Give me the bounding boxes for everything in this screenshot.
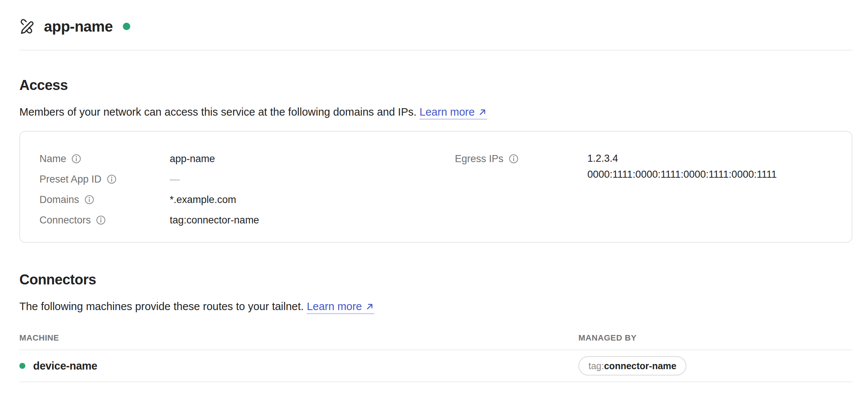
access-description-text: Members of your network can access this … [19,106,417,118]
section-connectors: Connectors The following machines provid… [19,272,852,382]
page-title: app-name [44,19,113,34]
egress-ip-values: 1.2.3.4 0000:1111:0000:1111:0000:1111:00… [587,151,832,183]
machine-cell: device-name [19,360,578,372]
external-link-arrow-icon [478,107,487,117]
field-value-connectors: tag:connector-name [170,214,455,226]
learn-more-label: Learn more [419,106,475,118]
field-label-text: Preset App ID [39,173,102,186]
app-status-dot [123,23,130,30]
connectors-learn-more-link[interactable]: Learn more [307,300,374,314]
access-learn-more-link[interactable]: Learn more [419,106,487,120]
field-label-text: Egress IPs [455,152,504,165]
egress-ipv6: 0000:1111:0000:1111:0000:1111:0000:1111 [587,167,832,183]
field-label-text: Name [39,152,66,165]
connectors-description-text: The following machines provide these rou… [19,300,304,312]
info-icon[interactable] [84,194,95,205]
tag-name: connector-name [604,360,676,371]
field-label-text: Connectors [39,214,91,226]
access-card: Name app-name Preset App ID [19,131,852,243]
machine-status-dot [19,363,25,369]
table-row: device-name tag:connector-name [19,350,852,382]
info-icon[interactable] [71,154,82,164]
managed-by-cell: tag:connector-name [578,356,852,376]
field-value-preset-app-id: — [170,173,455,186]
field-value-name: app-name [170,152,455,165]
learn-more-label: Learn more [307,300,362,312]
field-label-text: Domains [39,193,79,206]
egress-ips-block: Egress IPs 1.2.3.4 0000:1111:0000:1111:0… [455,152,832,183]
column-header-managed-by: Managed by [578,333,852,343]
external-link-arrow-icon [365,302,374,311]
table-header-row: Machine Managed by [19,333,852,350]
access-description: Members of your network can access this … [19,105,852,119]
section-access: Access Members of your network can acces… [19,77,852,243]
connectors-description: The following machines provide these rou… [19,300,852,313]
app-header: app-name [19,0,852,51]
field-value-domains: *.example.com [170,193,455,206]
app-connector-icon [19,19,35,34]
info-icon[interactable] [96,215,106,225]
column-header-machine: Machine [19,333,578,343]
info-icon[interactable] [106,174,117,184]
machine-name-link[interactable]: device-name [33,360,97,372]
field-label-name: Name [39,152,170,165]
page-root: app-name Access Members of your network … [0,0,868,382]
access-heading: Access [19,77,852,93]
access-fields: Name app-name Preset App ID [39,152,455,226]
field-label-connectors: Connectors [39,214,170,226]
field-label-egress-ips: Egress IPs [455,152,587,165]
egress-ipv4: 1.2.3.4 [587,151,832,167]
connectors-table: Machine Managed by device-name tag:conne… [19,333,852,382]
tag-prefix: tag: [588,360,604,371]
field-label-preset-app-id: Preset App ID [39,173,170,186]
managed-by-tag-badge: tag:connector-name [578,356,686,376]
connectors-heading: Connectors [19,272,852,287]
info-icon[interactable] [508,154,519,164]
field-label-domains: Domains [39,193,170,206]
